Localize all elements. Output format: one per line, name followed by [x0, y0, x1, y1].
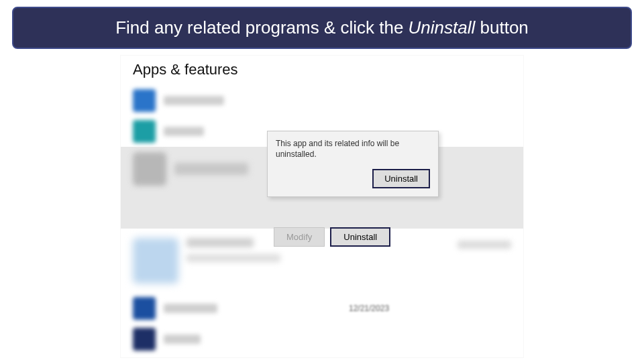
- app-date: 12/21/2023: [349, 304, 389, 313]
- app-label: [186, 238, 254, 247]
- banner-text-prefix: Find any related programs & click the: [115, 17, 408, 38]
- popup-message: This app and its related info will be un…: [276, 138, 430, 160]
- app-icon: [133, 238, 178, 284]
- app-label: [164, 127, 204, 136]
- banner-text-suffix: button: [475, 17, 529, 38]
- instruction-banner: Find any related programs & click the Un…: [12, 7, 632, 49]
- app-label: [164, 335, 201, 344]
- app-label: [174, 163, 248, 175]
- app-icon: [133, 328, 156, 351]
- app-label: [164, 304, 217, 313]
- app-row[interactable]: 12/21/2023: [121, 293, 523, 324]
- app-icon: [133, 152, 166, 186]
- uninstall-button[interactable]: Uninstall: [330, 227, 390, 247]
- app-meta: [458, 241, 511, 249]
- banner-text-italic: Uninstall: [409, 17, 476, 38]
- settings-window: Apps & features Modify Uninstall: [121, 56, 523, 357]
- page-title: Apps & features: [121, 56, 523, 85]
- popup-uninstall-button[interactable]: Uninstall: [372, 169, 430, 188]
- app-label: [164, 96, 224, 105]
- app-icon: [133, 89, 156, 112]
- modify-button: Modify: [274, 227, 325, 247]
- apps-list: Modify Uninstall 12/21/2023: [121, 85, 523, 355]
- app-row[interactable]: [121, 85, 523, 116]
- app-icon: [133, 120, 156, 143]
- app-row[interactable]: [121, 324, 523, 355]
- uninstall-confirm-popup: This app and its related info will be un…: [267, 131, 439, 197]
- app-sub-label: [186, 254, 280, 262]
- app-icon: [133, 297, 156, 320]
